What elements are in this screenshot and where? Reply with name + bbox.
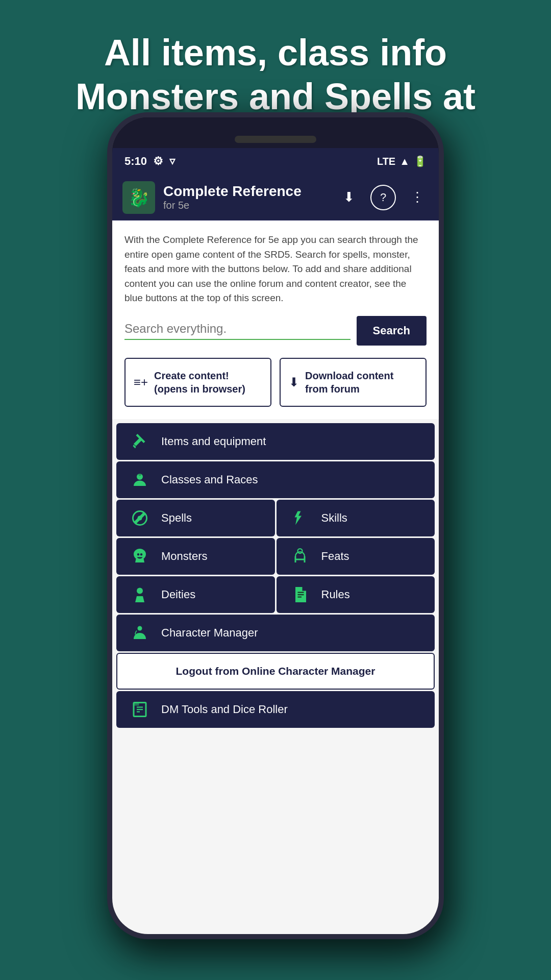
menu-item-classes[interactable]: Classes and Races	[116, 461, 435, 498]
rules-label: Rules	[321, 588, 350, 601]
menu-item-feats[interactable]: Feats	[277, 538, 435, 575]
menu-row-spells-skills: Spells Skills	[116, 500, 435, 536]
menu-row-monsters-feats: Monsters Feats	[116, 538, 435, 575]
app-toolbar: 🐉 Complete Reference for 5e ⬇ ? ⋮	[112, 175, 439, 220]
rules-icon	[289, 583, 311, 606]
create-content-button[interactable]: ≡+ Create content! (opens in browser)	[124, 358, 271, 407]
skills-icon	[289, 507, 311, 529]
menu-item-spells[interactable]: Spells	[116, 500, 275, 536]
status-time: 5:10	[124, 155, 147, 168]
help-icon: ?	[380, 191, 386, 204]
download-content-button[interactable]: ⬇ Download content from forum	[280, 358, 427, 407]
create-content-label: Create content! (opens in browser)	[154, 369, 262, 396]
download-content-label: Download content from forum	[305, 369, 417, 396]
menu-item-rules[interactable]: Rules	[277, 576, 435, 613]
dragon-icon: 🐉	[128, 187, 149, 208]
phone-screen: With the Complete Reference for 5e app y…	[112, 220, 439, 934]
app-logo: 🐉	[122, 181, 155, 214]
skills-label: Skills	[321, 511, 347, 525]
phone-bezel-top	[112, 117, 439, 148]
dm-tools-icon	[129, 698, 151, 721]
character-icon	[129, 622, 151, 644]
phone-frame: 5:10 ⚙ ▿ LTE ▲ 🔋 🐉 Complete Reference fo…	[107, 112, 444, 939]
search-button[interactable]: Search	[357, 316, 427, 346]
deities-icon	[129, 583, 151, 606]
logout-label: Logout from Online Character Manager	[176, 665, 375, 677]
items-icon	[129, 430, 151, 453]
search-input-wrap	[124, 322, 350, 340]
dm-tools-label: DM Tools and Dice Roller	[161, 703, 288, 716]
description-text: With the Complete Reference for 5e app y…	[124, 233, 427, 306]
deities-label: Deities	[161, 588, 195, 601]
spells-label: Spells	[161, 511, 192, 525]
phone-speaker	[235, 136, 316, 143]
spells-icon	[129, 507, 151, 529]
menu-item-items[interactable]: Items and equipment	[116, 423, 435, 460]
app-title-area: Complete Reference for 5e	[163, 183, 330, 211]
description-area: With the Complete Reference for 5e app y…	[112, 220, 439, 306]
search-area: Search	[112, 306, 439, 358]
more-button[interactable]: ⋮	[406, 186, 429, 209]
feats-icon	[289, 545, 311, 568]
monsters-label: Monsters	[161, 550, 207, 563]
classes-label: Classes and Races	[161, 473, 258, 486]
feats-label: Feats	[321, 550, 349, 563]
items-label: Items and equipment	[161, 435, 266, 448]
lte-label: LTE	[377, 156, 395, 167]
toolbar-actions: ⬇ ? ⋮	[338, 185, 429, 210]
search-input[interactable]	[124, 322, 350, 336]
status-bar: 5:10 ⚙ ▿ LTE ▲ 🔋	[112, 148, 439, 175]
status-right: LTE ▲ 🔋	[377, 155, 427, 167]
app-subtitle: for 5e	[163, 200, 330, 211]
menu-item-character[interactable]: Character Manager	[116, 615, 435, 651]
menu-section: Items and equipment Classes and Races Sp…	[112, 423, 439, 728]
create-content-icon: ≡+	[134, 375, 148, 389]
svg-rect-12	[134, 702, 139, 705]
content-buttons-area: ≡+ Create content! (opens in browser) ⬇ …	[112, 358, 439, 419]
download-content-icon: ⬇	[289, 375, 299, 389]
menu-item-deities[interactable]: Deities	[116, 576, 275, 613]
signal-icon: ▲	[399, 156, 410, 167]
monsters-icon	[129, 545, 151, 568]
download-button[interactable]: ⬇	[338, 186, 360, 209]
battery-icon: 🔋	[414, 155, 427, 167]
svg-point-7	[138, 626, 142, 630]
logout-button[interactable]: Logout from Online Character Manager	[116, 653, 435, 690]
settings-icon: ⚙	[153, 155, 163, 168]
menu-item-monsters[interactable]: Monsters	[116, 538, 275, 575]
menu-item-skills[interactable]: Skills	[277, 500, 435, 536]
download-icon: ⬇	[343, 189, 355, 205]
classes-icon	[129, 469, 151, 491]
svg-point-6	[137, 587, 143, 594]
menu-row-deities-rules: Deities Rules	[116, 576, 435, 613]
wifi-icon: ▿	[169, 155, 175, 168]
app-title: Complete Reference	[163, 183, 330, 200]
help-button[interactable]: ?	[370, 185, 396, 210]
menu-item-dm-tools[interactable]: DM Tools and Dice Roller	[116, 691, 435, 728]
more-icon: ⋮	[411, 189, 424, 205]
character-label: Character Manager	[161, 626, 258, 640]
status-left: 5:10 ⚙ ▿	[124, 155, 175, 168]
